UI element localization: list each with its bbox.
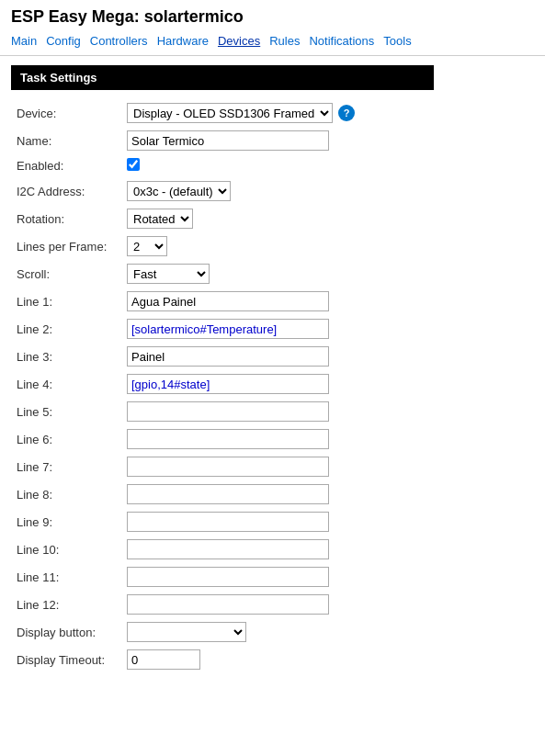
scroll-row: Scroll: Fast xyxy=(11,260,534,288)
line12-row: Line 12: xyxy=(11,591,534,618)
line10-label: Line 10: xyxy=(11,536,121,563)
line5-row: Line 5: xyxy=(11,398,534,425)
i2c-label: I2C Address: xyxy=(11,177,121,205)
enabled-checkbox[interactable] xyxy=(127,158,140,171)
line2-row: Line 2: xyxy=(11,315,534,343)
line12-label: Line 12: xyxy=(11,591,121,618)
line2-label: Line 2: xyxy=(11,315,121,343)
line8-input[interactable] xyxy=(127,484,329,504)
nav-hardware[interactable]: Hardware xyxy=(157,34,209,48)
nav-devices[interactable]: Devices xyxy=(218,34,260,48)
display-button-select[interactable] xyxy=(127,622,246,642)
line1-label: Line 1: xyxy=(11,288,121,315)
name-row: Name: xyxy=(11,127,534,154)
name-input[interactable] xyxy=(127,130,329,151)
section-header: Task Settings xyxy=(11,65,434,90)
line11-input[interactable] xyxy=(127,567,329,587)
nav-rules[interactable]: Rules xyxy=(269,34,300,48)
main-content: Task Settings Device: Display - OLED SSD… xyxy=(0,56,545,683)
lines-per-frame-label: Lines per Frame: xyxy=(11,232,121,260)
line7-row: Line 7: xyxy=(11,453,534,480)
nav-main[interactable]: Main xyxy=(11,34,37,48)
line4-input[interactable] xyxy=(127,374,329,394)
display-button-label: Display button: xyxy=(11,618,121,646)
line11-row: Line 11: xyxy=(11,563,534,591)
device-label: Device: xyxy=(11,99,121,127)
line9-label: Line 9: xyxy=(11,508,121,536)
scroll-select[interactable]: Fast xyxy=(127,264,210,284)
line10-input[interactable] xyxy=(127,539,329,559)
display-timeout-row: Display Timeout: xyxy=(11,646,534,673)
rotation-row: Rotation: Rotated xyxy=(11,205,534,232)
display-timeout-input[interactable] xyxy=(127,649,200,670)
scroll-label: Scroll: xyxy=(11,260,121,288)
enabled-row: Enabled: xyxy=(11,154,534,177)
line1-input[interactable] xyxy=(127,291,329,311)
form-table: Device: Display - OLED SSD1306 Framed ? … xyxy=(11,99,534,673)
line3-label: Line 3: xyxy=(11,343,121,370)
line6-label: Line 6: xyxy=(11,425,121,453)
line5-input[interactable] xyxy=(127,401,329,422)
name-label: Name: xyxy=(11,127,121,154)
help-icon[interactable]: ? xyxy=(338,105,355,121)
nav-notifications[interactable]: Notifications xyxy=(309,34,374,48)
i2c-select[interactable]: 0x3c - (default) xyxy=(127,181,231,201)
rotation-label: Rotation: xyxy=(11,205,121,232)
nav-tools[interactable]: Tools xyxy=(383,34,411,48)
lines-per-frame-row: Lines per Frame: 2 xyxy=(11,232,534,260)
line9-input[interactable] xyxy=(127,512,329,532)
line6-row: Line 6: xyxy=(11,425,534,453)
lines-per-frame-select[interactable]: 2 xyxy=(127,236,167,256)
i2c-row: I2C Address: 0x3c - (default) xyxy=(11,177,534,205)
line12-input[interactable] xyxy=(127,594,329,615)
line7-input[interactable] xyxy=(127,457,329,477)
page-title: ESP Easy Mega: solartermico xyxy=(0,0,545,30)
line8-label: Line 8: xyxy=(11,480,121,508)
nav-controllers[interactable]: Controllers xyxy=(90,34,148,48)
rotation-select[interactable]: Rotated xyxy=(127,209,193,229)
line11-label: Line 11: xyxy=(11,563,121,591)
nav-config[interactable]: Config xyxy=(46,34,81,48)
device-row: Device: Display - OLED SSD1306 Framed ? xyxy=(11,99,534,127)
nav-bar: Main Config Controllers Hardware Devices… xyxy=(0,30,545,56)
line8-row: Line 8: xyxy=(11,480,534,508)
line4-label: Line 4: xyxy=(11,370,121,398)
display-timeout-label: Display Timeout: xyxy=(11,646,121,673)
display-button-row: Display button: xyxy=(11,618,534,646)
line7-label: Line 7: xyxy=(11,453,121,480)
line10-row: Line 10: xyxy=(11,536,534,563)
line1-row: Line 1: xyxy=(11,288,534,315)
line5-label: Line 5: xyxy=(11,398,121,425)
line2-input[interactable] xyxy=(127,319,329,339)
line3-row: Line 3: xyxy=(11,343,534,370)
line6-input[interactable] xyxy=(127,429,329,449)
device-select[interactable]: Display - OLED SSD1306 Framed xyxy=(127,103,333,123)
device-row-content: Display - OLED SSD1306 Framed ? xyxy=(127,103,528,123)
enabled-label: Enabled: xyxy=(11,154,121,177)
line3-input[interactable] xyxy=(127,346,329,367)
line9-row: Line 9: xyxy=(11,508,534,536)
line4-row: Line 4: xyxy=(11,370,534,398)
